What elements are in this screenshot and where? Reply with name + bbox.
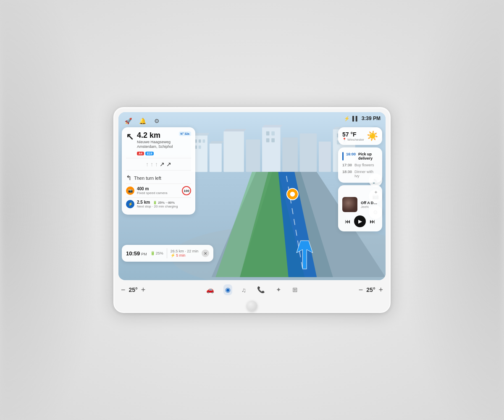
album-art: [342, 197, 357, 212]
charge-text: 2.5 km 🔋 25%→80% Next stop · 20 min char…: [137, 200, 191, 208]
device-stand: [114, 299, 390, 312]
toolbar-music-icon[interactable]: ♫: [240, 285, 248, 295]
schedule-item-1: 16:00 Pick up delivery: [342, 151, 378, 162]
charge-label: Next stop · 20 min charging: [137, 205, 191, 208]
camera-distance: 400 m: [137, 186, 179, 191]
svg-rect-20: [199, 139, 201, 143]
svg-rect-26: [266, 138, 270, 142]
sched-label-2: Buy flowers: [354, 163, 374, 167]
eta-time: 10:59: [126, 250, 140, 257]
eta-time-block: 10:59 PM: [126, 250, 147, 257]
music-info: Off A Duck's Back JeeN: [361, 201, 378, 209]
next-track-button[interactable]: ⏭: [368, 217, 377, 226]
then-turn-row: ↰ Then turn left: [126, 172, 191, 184]
left-temp-plus[interactable]: +: [141, 286, 146, 294]
lane-3: ↑: [155, 161, 158, 168]
sched-time-1: 16:00: [346, 152, 356, 156]
camera-text: 400 m Fixed speed camera: [137, 186, 179, 195]
svg-marker-16: [262, 125, 283, 127]
toolbar-car-icon[interactable]: 🚗: [205, 284, 216, 295]
svg-rect-21: [202, 139, 205, 143]
music-more-icon[interactable]: ✦: [374, 189, 378, 195]
eta-battery: 🔋 25%: [150, 251, 163, 255]
eta-battery-pct: 25%: [156, 251, 163, 255]
svg-rect-24: [266, 131, 270, 136]
nav-toolbar-icons: 🚗 ◉ ♫ 📞 ✦ ⊞: [205, 284, 299, 295]
schedule-item-2: 17:30 Buy flowers: [342, 162, 378, 168]
charge-pct: 🔋 25%→80%: [153, 201, 175, 205]
eta-distance: 26.5 km · 22 min: [171, 249, 199, 253]
nav-info: 4.2 km Nieuwe Haagseweg Amsterdam, Schip…: [137, 131, 176, 155]
sched-time-2: 17:30: [342, 163, 352, 167]
badge-a4: A4: [137, 152, 144, 155]
nav-street-1: Nieuwe Haagseweg: [137, 140, 176, 145]
toolbar: − 25° + 🚗 ◉ ♫ 📞 ✦ ⊞ − 25° +: [114, 280, 390, 299]
music-title: Off A Duck's Back: [361, 201, 378, 205]
weather-icon: ☀️: [367, 131, 378, 142]
lane-1: ↑: [146, 161, 149, 168]
svg-marker-14: [224, 129, 247, 131]
nav-turn-arrow: ↖: [126, 132, 134, 142]
camera-icon: 📷: [126, 186, 134, 195]
right-temp-minus[interactable]: −: [359, 286, 363, 294]
nav-direction-row: ↖ 4.2 km Nieuwe Haagseweg Amsterdam, Sch…: [126, 131, 191, 155]
svg-rect-25: [271, 131, 275, 136]
route-number-badge: N° 32a: [179, 131, 191, 136]
svg-rect-3: [246, 139, 260, 172]
toolbar-apps-icon[interactable]: ✦: [274, 284, 283, 295]
music-top: Off A Duck's Back JeeN: [342, 197, 378, 212]
sched-label-1: Pick up delivery: [358, 152, 378, 160]
svg-rect-23: [199, 146, 201, 149]
eta-details: 26.5 km · 22 min ⚡ 5 min: [171, 249, 199, 257]
bell-icon[interactable]: 🔔: [138, 116, 147, 126]
play-pause-button[interactable]: ▶: [354, 215, 366, 227]
svg-rect-7: [319, 142, 331, 172]
weather-card: 57 °F 📍 Winchester ☀️: [338, 127, 382, 145]
top-left-icons: 🚀 🔔 ⚙: [123, 116, 161, 126]
left-temp-minus[interactable]: −: [121, 286, 126, 294]
camera-label: Fixed speed camera: [137, 191, 179, 195]
charging-icon: ⚡: [126, 200, 134, 208]
svg-rect-6: [300, 134, 317, 172]
right-panel: 57 °F 📍 Winchester ☀️ 16:00 Pick up deli…: [338, 127, 382, 231]
eta-panel: 10:59 PM 🔋 25% 26.5 km · 22 min ⚡ 5 min …: [122, 245, 213, 262]
svg-point-41: [290, 192, 295, 197]
stand-ball: [247, 301, 257, 311]
svg-rect-5: [282, 137, 298, 172]
rocket-icon[interactable]: 🚀: [123, 116, 133, 126]
toolbar-nav-icon[interactable]: ◉: [223, 284, 232, 295]
schedule-item-3: 18:30 Dinner with Ivy: [342, 168, 378, 179]
then-turn-text: Then turn left: [134, 176, 161, 181]
weather-info: 57 °F 📍 Winchester: [342, 131, 364, 142]
bg-right-blur: [412, 0, 504, 420]
svg-rect-11: [210, 144, 222, 172]
svg-rect-27: [271, 138, 275, 142]
prev-track-button[interactable]: ⏮: [343, 217, 352, 226]
svg-rect-15: [262, 127, 280, 172]
charging-row: ⚡ 2.5 km 🔋 25%→80% Next stop · 20 min ch…: [126, 197, 191, 210]
eta-ampm: PM: [141, 252, 147, 256]
toolbar-grid-icon[interactable]: ⊞: [291, 284, 299, 295]
music-artist: JeeN: [361, 205, 378, 209]
right-temp-value: 25°: [366, 286, 375, 293]
eta-close-button[interactable]: ✕: [202, 249, 209, 257]
sched-label-3: Dinner with Ivy: [354, 170, 378, 178]
toolbar-phone-icon[interactable]: 📞: [255, 284, 267, 295]
speed-limit-badge: 100: [182, 186, 191, 195]
lane-indicators: ↑ ↑ ↑ ↗ ↗: [126, 158, 191, 171]
sched-time-3: 18:30: [342, 170, 352, 174]
music-card: ✦ Off A Duck's Back JeeN ⏮ ▶ ⏭: [338, 185, 382, 231]
left-temp-value: 25°: [129, 286, 138, 293]
lane-2: ↑: [150, 161, 153, 168]
signal-icon: ▌▌: [352, 116, 359, 121]
lane-5: ↗: [166, 161, 171, 168]
svg-marker-12: [210, 141, 224, 144]
bluetooth-icon: ⚡: [344, 116, 350, 121]
gear-icon[interactable]: ⚙: [152, 116, 161, 126]
device-shell: ⚡ ▌▌ 3:39 PM 🚀 🔔 ⚙ N ↖ 4.2 km Nieuwe Haa…: [113, 107, 391, 313]
right-temp-plus[interactable]: +: [378, 286, 383, 294]
navigation-panel: ↖ 4.2 km Nieuwe Haagseweg Amsterdam, Sch…: [122, 127, 195, 215]
eta-charge: ⚡ 5 min: [171, 253, 199, 257]
location-pin-icon: 📍: [342, 138, 346, 142]
charge-distance: 2.5 km 🔋 25%→80%: [137, 200, 191, 205]
